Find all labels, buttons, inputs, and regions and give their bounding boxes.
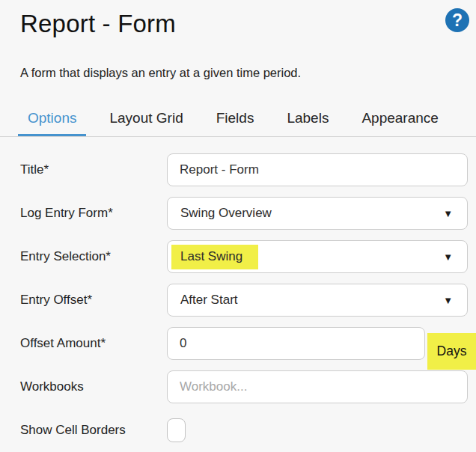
entry-selection-value-highlighted: Last Swing (171, 245, 258, 269)
help-icon[interactable]: ? (445, 8, 469, 32)
options-form: Title* Log Entry Form* Swing Overview ▼ … (0, 137, 476, 442)
title-input[interactable] (167, 153, 468, 186)
offset-amount-unit-highlighted: Days (427, 333, 476, 370)
offset-amount-row: Offset Amount* Days (20, 327, 476, 360)
workbooks-label: Workbooks (20, 379, 167, 394)
header: Report - Form ? (0, 0, 476, 37)
entry-selection-label: Entry Selection* (20, 249, 167, 264)
dropdown-arrow-icon: ▼ (443, 208, 453, 219)
offset-amount-label: Offset Amount* (20, 336, 167, 351)
tab-appearance[interactable]: Appearance (352, 110, 448, 136)
entry-selection-select[interactable]: Last Swing ▼ (167, 240, 468, 273)
entry-offset-select[interactable]: After Start ▼ (167, 284, 468, 317)
log-entry-form-value: Swing Overview (180, 206, 272, 221)
log-entry-form-label: Log Entry Form* (20, 206, 167, 221)
show-cell-borders-checkbox[interactable] (167, 418, 186, 442)
tab-labels[interactable]: Labels (277, 110, 338, 136)
show-cell-borders-row: Show Cell Borders (20, 418, 476, 442)
tab-fields[interactable]: Fields (207, 110, 264, 136)
title-label: Title* (20, 162, 167, 177)
form-description: A form that displays an entry at a given… (20, 66, 456, 80)
entry-offset-row: Entry Offset* After Start ▼ (20, 284, 476, 317)
title-row: Title* (20, 153, 476, 186)
tab-bar: Options Layout Grid Fields Labels Appear… (0, 110, 476, 137)
report-form-panel: Report - Form ? A form that displays an … (0, 0, 476, 452)
entry-selection-row: Entry Selection* Last Swing ▼ (20, 240, 476, 273)
log-entry-form-row: Log Entry Form* Swing Overview ▼ (20, 197, 476, 230)
tab-layout-grid[interactable]: Layout Grid (100, 110, 192, 136)
entry-offset-value: After Start (180, 293, 238, 308)
offset-amount-input[interactable] (167, 327, 425, 360)
workbooks-row: Workbooks (20, 370, 476, 403)
show-cell-borders-label: Show Cell Borders (20, 423, 167, 438)
tab-options[interactable]: Options (18, 110, 86, 136)
dropdown-arrow-icon: ▼ (443, 295, 453, 306)
dropdown-arrow-icon: ▼ (443, 251, 453, 263)
question-mark-glyph: ? (452, 12, 463, 29)
page-title: Report - Form (20, 10, 456, 37)
entry-offset-label: Entry Offset* (20, 293, 167, 308)
workbooks-input[interactable] (167, 370, 468, 403)
log-entry-form-select[interactable]: Swing Overview ▼ (167, 197, 468, 230)
